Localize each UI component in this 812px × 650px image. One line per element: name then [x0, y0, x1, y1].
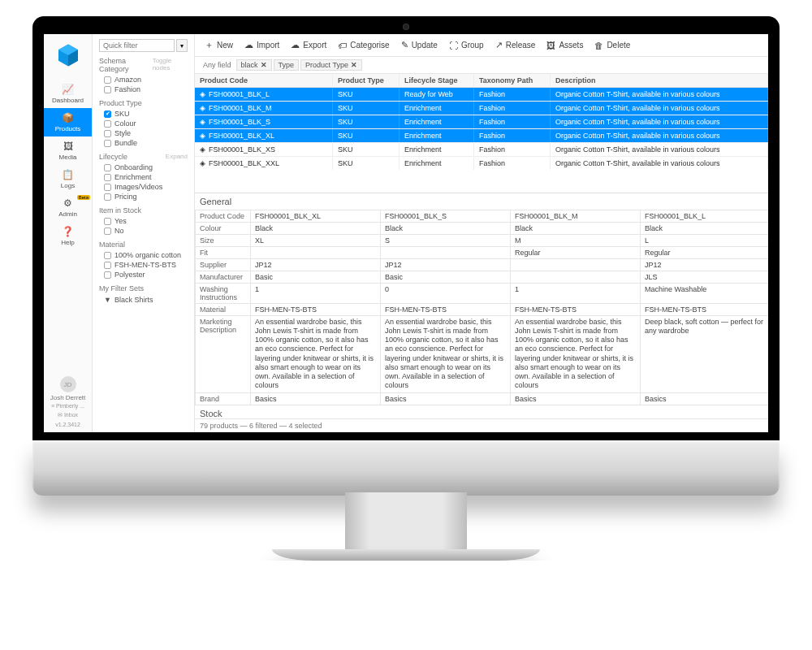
categorise-button[interactable]: 🏷Categorise	[333, 39, 394, 52]
new-button[interactable]: ＋New	[200, 37, 238, 53]
filter-option[interactable]: Amazon	[99, 75, 188, 84]
export-button[interactable]: ☁Export	[286, 38, 331, 52]
detail-cell[interactable]: L	[641, 234, 769, 246]
sidebar-item-help[interactable]: ❓Help	[44, 222, 92, 250]
filter-option[interactable]: Yes	[99, 216, 188, 226]
detail-cell[interactable]: JP12	[381, 258, 511, 271]
sidebar-item-media[interactable]: 🖼Media	[44, 136, 92, 165]
detail-cell[interactable]: An essential wardrobe basic, this John L…	[251, 315, 381, 392]
sidebar-item-products[interactable]: 📦Products	[44, 108, 92, 136]
import-button[interactable]: ☁Import	[240, 38, 284, 52]
cell-path: Fashion	[474, 115, 551, 128]
detail-cell[interactable]	[251, 246, 381, 258]
column-header[interactable]: Product Code	[195, 74, 333, 87]
detail-cell[interactable]: Black	[511, 222, 641, 234]
detail-cell[interactable]: 1	[251, 283, 381, 303]
filter-option[interactable]: FSH-MEN-TS-BTS	[99, 260, 188, 270]
detail-cell[interactable]: Basic	[251, 271, 381, 283]
column-header[interactable]: Taxonomy Path	[474, 74, 551, 87]
filter-option[interactable]: No	[99, 226, 188, 236]
saved-filter[interactable]: ▼Black Shirts	[99, 294, 188, 306]
detail-cell[interactable]: FSH00001_BLK_S	[381, 210, 511, 222]
table-row[interactable]: ◈FSH00001_BLK_XSSKUEnrichmentFashionOrga…	[195, 143, 768, 157]
table-row[interactable]: ◈FSH00001_BLK_XXLSKUEnrichmentFashionOrg…	[195, 157, 768, 170]
filter-chip[interactable]: black✕	[236, 59, 272, 71]
table-row[interactable]: ◈FSH00001_BLK_MSKUEnrichmentFashionOrgan…	[195, 102, 768, 115]
detail-cell[interactable]: S	[381, 234, 511, 246]
filter-chip[interactable]: Product Type✕	[300, 59, 362, 71]
filter-option[interactable]: Images/Videos	[99, 182, 188, 192]
detail-cell[interactable]	[381, 246, 511, 258]
detail-cell[interactable]: Basic	[381, 271, 511, 283]
detail-cell[interactable]: FSH-MEN-TS-BTS	[381, 303, 511, 315]
filter-option[interactable]: Polyester	[99, 270, 188, 280]
detail-cell[interactable]: 1	[511, 283, 641, 303]
update-button[interactable]: ✎Update	[396, 38, 443, 52]
filter-group-toggle[interactable]: Expand	[166, 153, 188, 161]
detail-cell[interactable]: FSH00001_BLK_XL	[251, 210, 381, 222]
cell-code: FSH00001_BLK_XL	[209, 132, 274, 140]
detail-cell[interactable]: 0	[381, 283, 511, 303]
filter-option[interactable]: Colour	[99, 119, 188, 128]
filter-option[interactable]: SKU	[99, 109, 188, 119]
filter-chip[interactable]: Type	[274, 59, 300, 71]
detail-cell[interactable]: FSH00001_BLK_M	[511, 210, 641, 222]
column-header[interactable]: Description	[551, 74, 768, 87]
table-row[interactable]: ◈FSH00001_BLK_XLSKUEnrichmentFashionOrga…	[195, 129, 768, 143]
column-header[interactable]: Product Type	[333, 74, 400, 87]
detail-cell[interactable]: Basics	[381, 392, 511, 405]
detail-cell[interactable]	[511, 271, 641, 283]
detail-cell[interactable]: Basics	[511, 392, 641, 405]
column-header[interactable]: Lifecycle Stage	[400, 74, 474, 87]
table-row[interactable]: ◈FSH00001_BLK_LSKUReady for WebFashionOr…	[195, 88, 768, 102]
detail-cell[interactable]: Machine Washable	[641, 283, 769, 303]
group-button[interactable]: ⛶Group	[444, 39, 489, 52]
sidebar-item-dashboard[interactable]: 📈Dashboard	[44, 80, 92, 108]
detail-cell[interactable]: FSH-MEN-TS-BTS	[251, 303, 381, 315]
detail-cell[interactable]	[511, 258, 641, 271]
filter-option[interactable]: Bundle	[99, 138, 188, 148]
inbox-link[interactable]: ✉ Inbox	[44, 410, 92, 420]
detail-cell[interactable]: XL	[251, 234, 381, 246]
close-icon[interactable]: ✕	[261, 61, 267, 69]
detail-cell[interactable]: M	[511, 234, 641, 246]
user-block[interactable]: JD Josh Derrett ≡ Pimberly ... ✉ Inbox v…	[44, 373, 92, 432]
table-row[interactable]: ◈FSH00001_BLK_SSKUEnrichmentFashionOrgan…	[195, 115, 768, 129]
filter-option[interactable]: Enrichment	[99, 172, 188, 182]
toolbar-label: Import	[257, 41, 279, 50]
close-icon[interactable]: ✕	[351, 61, 357, 69]
release-button[interactable]: ↗Release	[490, 38, 541, 52]
detail-cell[interactable]: Regular	[511, 246, 641, 258]
filter-option[interactable]: Style	[99, 128, 188, 138]
cell-desc: Organic Cotton T-Shirt, available in var…	[551, 88, 768, 101]
filter-option[interactable]: 100% organic cotton	[99, 250, 188, 260]
detail-cell[interactable]: Regular	[641, 246, 769, 258]
detail-cell[interactable]: FSH-MEN-TS-BTS	[641, 303, 769, 315]
detail-cell[interactable]: Black	[641, 222, 769, 234]
detail-cell[interactable]: FSH-MEN-TS-BTS	[511, 303, 641, 315]
quick-filter-dropdown[interactable]: ▾	[176, 39, 188, 52]
detail-cell[interactable]: An essential wardrobe basic, this John L…	[511, 315, 641, 392]
detail-cell[interactable]: JP12	[251, 258, 381, 271]
delete-button[interactable]: 🗑Delete	[590, 39, 635, 52]
quick-filter-input[interactable]	[99, 39, 175, 52]
detail-cell[interactable]: JLS	[641, 271, 769, 283]
org-name[interactable]: ≡ Pimberly ...	[44, 401, 92, 410]
filter-option[interactable]: Pricing	[99, 192, 188, 202]
detail-cell[interactable]: Black	[381, 222, 511, 234]
filter-option[interactable]: Onboarding	[99, 162, 188, 172]
filter-option[interactable]: Fashion	[99, 84, 188, 94]
detail-cell[interactable]: JP12	[641, 258, 769, 271]
sidebar-item-logs[interactable]: 📋Logs	[44, 165, 92, 193]
sidebar-item-admin[interactable]: Beta⚙Admin	[44, 193, 92, 222]
assets-button[interactable]: 🖼Assets	[542, 39, 588, 52]
filter-group-toggle[interactable]: Toggle nodes	[153, 57, 188, 73]
camera-icon	[403, 24, 409, 30]
detail-cell[interactable]: Black	[251, 222, 381, 234]
detail-cell[interactable]: An essential wardrobe basic, this John L…	[381, 315, 511, 392]
detail-cell[interactable]: Deep black, soft cotton — perfect for an…	[641, 315, 769, 392]
detail-cell[interactable]: Basics	[641, 392, 769, 405]
detail-row-label: Product Code	[196, 210, 251, 222]
detail-cell[interactable]: Basics	[251, 392, 381, 405]
detail-cell[interactable]: FSH00001_BLK_L	[641, 210, 769, 222]
